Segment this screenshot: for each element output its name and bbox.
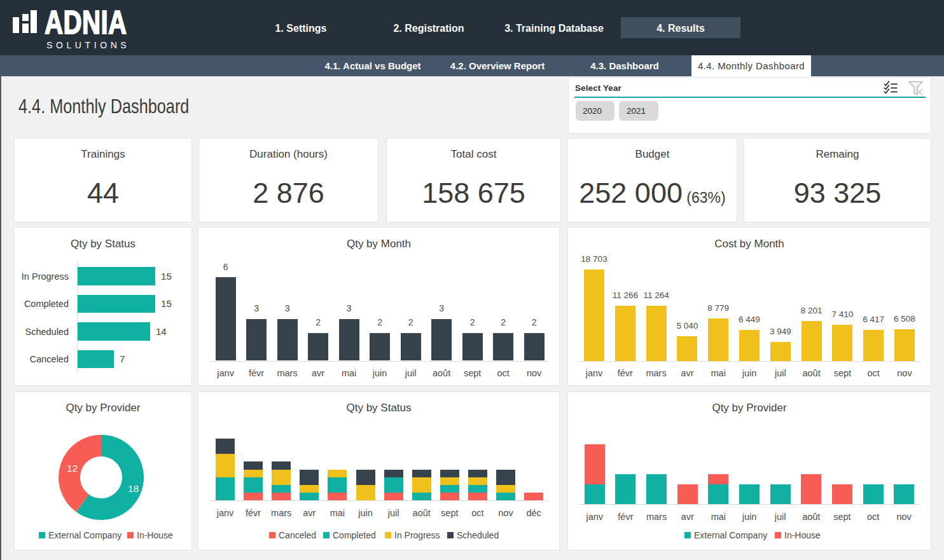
svg-text:12: 12	[67, 463, 78, 474]
svg-text:18: 18	[128, 483, 139, 494]
